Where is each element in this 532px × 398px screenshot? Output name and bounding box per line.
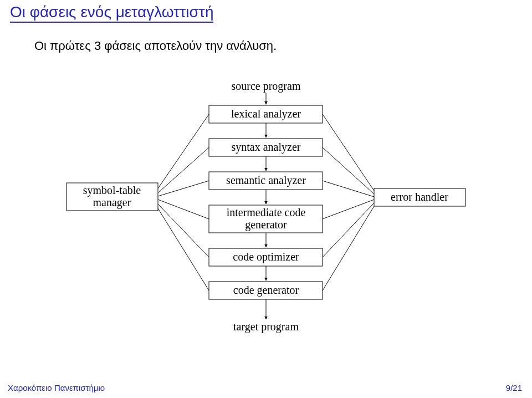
error-handler-label: error handler [391,191,448,203]
symbol-table-links [158,114,209,290]
svg-line-21 [323,114,374,191]
phase-label-intermediate-1: intermediate code [227,206,306,218]
phase-label-syntax: syntax analyzer [232,141,301,154]
footer-university: Χαροκόπειο Πανεπιστήμιο [8,383,105,392]
target-program-label: target program [233,320,299,333]
phase-label-generator: code generator [233,284,299,297]
symbol-table-box: symbol-table manager [66,183,158,211]
error-handler-box: error handler [374,188,466,206]
phase-box-semantic: semantic analyzer [209,172,323,190]
svg-line-26 [323,206,374,290]
footer-page-number: 9/21 [506,383,522,392]
compiler-phases-diagram: lexical analyzer syntax analyzer semanti… [0,0,532,398]
phase-label-intermediate-2: generator [245,218,287,231]
phase-box-lexical: lexical analyzer [209,105,323,123]
svg-line-17 [158,181,209,196]
svg-line-24 [323,200,374,219]
source-program-label: source program [232,80,301,93]
phase-box-optimizer: code optimizer [209,248,323,266]
svg-line-15 [158,114,209,188]
svg-line-25 [323,203,374,257]
symbol-table-label-2: manager [93,196,131,209]
svg-line-22 [323,147,374,194]
phase-label-semantic: semantic analyzer [226,174,306,187]
phase-box-generator: code generator [209,282,323,299]
svg-line-18 [158,200,209,219]
svg-line-16 [158,147,209,193]
svg-line-23 [323,181,374,197]
phase-box-syntax: syntax analyzer [209,139,323,156]
error-handler-links [323,114,374,290]
phase-box-intermediate: intermediate code generator [209,205,323,233]
symbol-table-label-1: symbol-table [83,184,141,197]
phase-label-optimizer: code optimizer [233,251,299,263]
phase-label-lexical: lexical analyzer [231,108,301,120]
